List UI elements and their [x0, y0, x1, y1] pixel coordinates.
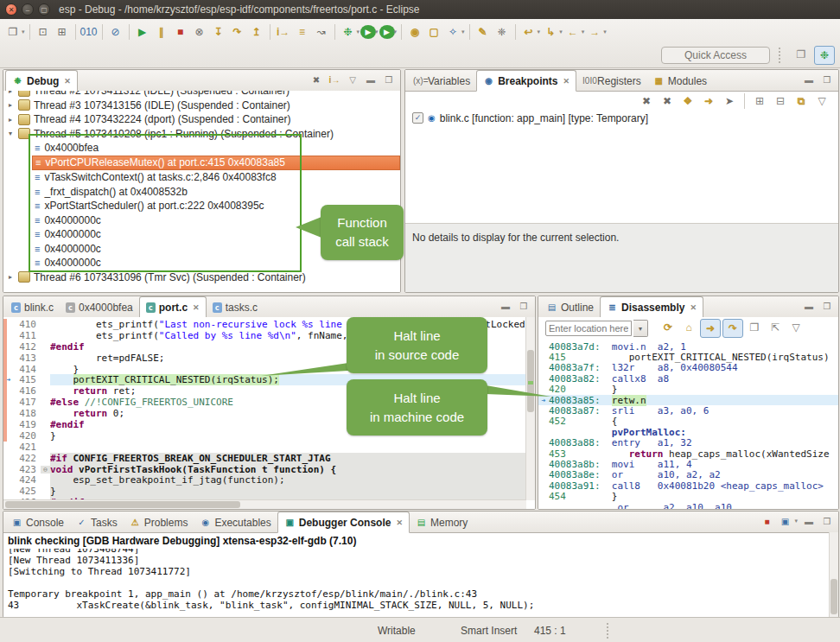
tab-disassembly[interactable]: ≣Disassembly✕: [600, 296, 703, 318]
tab-debugger-console[interactable]: ▣Debugger Console✕: [277, 512, 410, 533]
new-wizard-dropdown-icon[interactable]: ▾: [22, 29, 25, 35]
display-selected-console-icon[interactable]: ▣: [777, 514, 792, 528]
tab-blink-c[interactable]: cblink.c: [5, 297, 60, 317]
instruction-stepping-mode-icon[interactable]: i→: [327, 73, 342, 86]
disassembly-line[interactable]: 40083a88: entry a1, 32: [538, 438, 838, 448]
debug-thread-row[interactable]: ▾Thread #5 1073410208 (ipc1 : Running) (…: [3, 127, 400, 142]
source-line[interactable]: 421: [3, 442, 526, 453]
view-menu-icon[interactable]: ▽: [812, 92, 831, 110]
quick-access-button[interactable]: Quick Access: [661, 47, 770, 64]
binary-output-icon[interactable]: 010: [80, 23, 99, 41]
minimize-icon[interactable]: ▬: [363, 73, 379, 86]
debug-dropdown-icon[interactable]: ▾: [357, 29, 360, 35]
fold-marker-icon[interactable]: ⊖: [41, 466, 50, 474]
stack-frame-row[interactable]: ≡0x4000bfea: [32, 141, 400, 156]
disassembly-line[interactable]: 453 return heap_caps_malloc(xWantedSize: [538, 448, 838, 459]
go-to-file-for-breakpoint-icon[interactable]: ➜: [699, 92, 718, 110]
disassembly-line[interactable]: 420 }: [538, 385, 838, 395]
close-tab-icon[interactable]: ✕: [563, 77, 570, 86]
location-input[interactable]: [545, 321, 632, 336]
terminate-icon[interactable]: ■: [171, 23, 190, 41]
run-dropdown-icon[interactable]: ▾: [375, 29, 379, 35]
back-icon[interactable]: ←: [563, 23, 582, 41]
stack-frame-row[interactable]: ≡vTaskSwitchContext() at tasks.c:2,846 0…: [32, 170, 400, 185]
save-all-icon[interactable]: ⊞: [53, 23, 72, 41]
search-dropdown-icon[interactable]: ▾: [461, 29, 465, 35]
external-tools-icon[interactable]: ▶: [379, 25, 395, 39]
remove-selected-breakpoints-icon[interactable]: ✖: [637, 92, 656, 110]
source-line[interactable]: 422#if CONFIG_FREERTOS_BREAK_ON_SCHEDULE…: [3, 453, 526, 464]
step-over-icon[interactable]: ↷: [228, 23, 247, 41]
stack-frame-row[interactable]: ≡_frxt_dispatch() at 0x4008532b: [32, 185, 400, 200]
back-dropdown-icon[interactable]: ▾: [582, 29, 585, 35]
disassembly-listing[interactable]: 40083a7d: movi.n a2, 1415 portEXIT_CRITI…: [538, 341, 838, 509]
window-minimize-icon[interactable]: –: [22, 3, 34, 16]
remove-all-breakpoints-icon[interactable]: ✖: [658, 92, 677, 110]
show-execution-point-icon[interactable]: ≡: [293, 23, 312, 41]
disassembly-line[interactable]: 40083a7d: movi.n a2, 1: [538, 341, 838, 352]
tab-breakpoints[interactable]: ◉Breakpoints✕: [476, 70, 576, 92]
disassembly-line[interactable]: ➜40083a85: retw.n: [538, 395, 838, 405]
last-edit-location-icon[interactable]: ↩: [519, 23, 538, 41]
minimize-icon[interactable]: ▬: [801, 514, 817, 528]
debug-thread-row[interactable]: ▸Thread #4 1073432224 (dport) (Suspended…: [3, 112, 400, 127]
source-line[interactable]: 425}: [3, 486, 526, 497]
resume-icon[interactable]: ▶: [133, 23, 152, 41]
breakpoint-checkbox[interactable]: ✓: [412, 112, 423, 124]
disassembly-line[interactable]: 40083a87: srli a3, a0, 6: [538, 405, 838, 416]
pin-to-debug-context-icon[interactable]: ⇱: [766, 319, 785, 336]
view-menu-icon[interactable]: ▽: [345, 73, 360, 86]
maximize-icon[interactable]: ❒: [819, 514, 835, 528]
go-to-line-icon[interactable]: ↳: [541, 23, 560, 41]
open-resource-icon[interactable]: ▢: [424, 23, 443, 41]
maximize-icon[interactable]: ❒: [381, 73, 397, 86]
maximize-icon[interactable]: ❒: [819, 299, 835, 313]
step-return-icon[interactable]: ↥: [247, 23, 266, 41]
halt-line-marker[interactable]: [528, 381, 533, 385]
debug-icon[interactable]: ❉: [339, 23, 358, 41]
source-line[interactable]: 423⊖void vPortFirstTaskHook(TaskFunction…: [3, 464, 526, 475]
close-tab-icon[interactable]: ✕: [64, 77, 71, 86]
disassembly-line[interactable]: pvPortMalloc:: [538, 427, 838, 437]
link-with-debug-view-icon[interactable]: ⧉: [792, 92, 811, 110]
close-tab-icon[interactable]: ✕: [396, 518, 403, 527]
use-step-filters-icon[interactable]: ↝: [312, 23, 331, 41]
minimize-icon[interactable]: ▬: [801, 299, 817, 313]
tab-modules[interactable]: ▦Modules: [647, 71, 713, 91]
open-perspective-icon[interactable]: ❐: [792, 46, 811, 63]
save-icon[interactable]: ⊡: [34, 23, 53, 41]
forward-dropdown-icon[interactable]: ▾: [603, 29, 607, 35]
tab-tasks[interactable]: ✓Tasks: [70, 512, 124, 532]
track-expression-icon[interactable]: ↷: [722, 319, 743, 338]
editor-vertical-scrollbar[interactable]: [525, 317, 535, 500]
annotations-icon[interactable]: ❈: [493, 23, 512, 41]
refresh-view-icon[interactable]: ⟳: [659, 319, 678, 336]
new-wizard-icon[interactable]: ❐: [3, 23, 22, 41]
source-line[interactable]: 424 esp_set_breakpoint_if_jtag(function)…: [3, 474, 526, 486]
suspend-icon[interactable]: ∥: [152, 23, 171, 41]
last-edit-location-dropdown-icon[interactable]: ▾: [538, 29, 541, 35]
disassembly-line[interactable]: 40083a8e: or a10, a2, a2: [538, 470, 838, 480]
remove-all-terminated-icon[interactable]: ✖: [309, 73, 324, 86]
sync-with-active-debug-context-icon[interactable]: ➜: [700, 319, 721, 338]
forward-icon[interactable]: →: [585, 23, 604, 41]
tab-console[interactable]: ▣Console: [5, 512, 70, 532]
location-dropdown-icon[interactable]: ▼: [633, 320, 648, 337]
run-icon[interactable]: ▶: [360, 25, 376, 39]
tab-tasks-c[interactable]: ctasks.c: [207, 297, 264, 317]
minimize-icon[interactable]: ▬: [498, 299, 513, 313]
go-to-line-dropdown-icon[interactable]: ▾: [559, 29, 563, 35]
debug-thread-row[interactable]: ▸Thread #6 1073431096 (Tmr Svc) (Suspend…: [3, 270, 400, 285]
tab-variables[interactable]: (x)=Variables: [407, 71, 476, 91]
show-breakpoints-for-selection-icon[interactable]: ❖: [678, 92, 697, 110]
disassembly-line[interactable]: or a2, a10, a10: [538, 502, 838, 509]
maximize-icon[interactable]: ❒: [819, 73, 835, 86]
open-new-view-icon[interactable]: ❐: [745, 319, 764, 336]
close-tab-icon[interactable]: ✕: [193, 303, 200, 312]
disassembly-line[interactable]: 452 {: [538, 416, 838, 427]
disassembly-line[interactable]: 40083a91: call8 0x40081b20 <heap_caps_ma…: [538, 480, 838, 491]
instruction-stepping-icon[interactable]: i→: [274, 23, 293, 41]
collapse-all-icon[interactable]: ⊟: [771, 92, 790, 110]
disconnect-icon[interactable]: ⊗: [190, 23, 209, 41]
console-output[interactable]: [New Thread 1073468744][New Thread 10734…: [3, 549, 830, 617]
